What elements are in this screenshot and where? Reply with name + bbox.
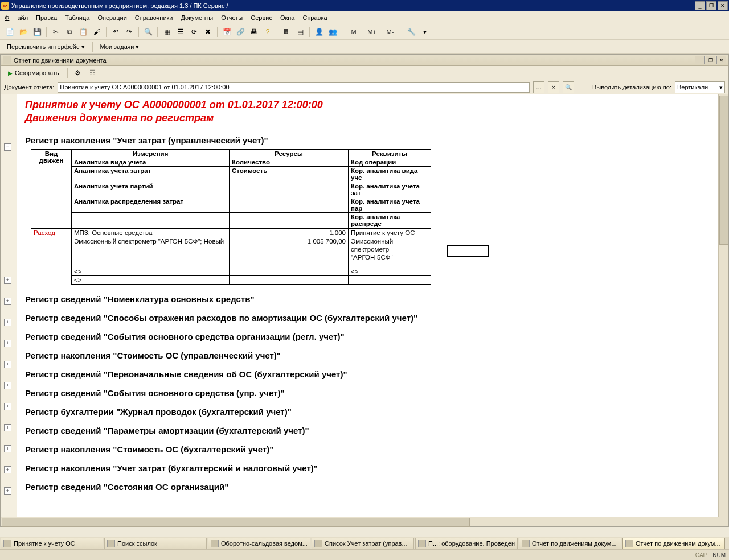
- doc-label: Документ отчета:: [4, 84, 54, 90]
- expand-icon[interactable]: +: [4, 361, 11, 368]
- tree-icon[interactable]: ☶: [87, 67, 99, 79]
- memory-mminus[interactable]: M-: [382, 26, 399, 38]
- link-icon[interactable]: 🔗: [234, 26, 247, 38]
- inner-close-button[interactable]: ✕: [716, 56, 726, 64]
- doc-icon: [3, 56, 11, 64]
- grid-icon[interactable]: ▦: [161, 26, 173, 38]
- task-item[interactable]: Отчет по движениям докум...: [519, 538, 621, 549]
- table-icon[interactable]: ▤: [294, 26, 306, 38]
- props-icon[interactable]: ☰: [174, 26, 187, 38]
- expand-icon[interactable]: +: [4, 382, 11, 389]
- settings2-icon[interactable]: ⚙: [72, 67, 84, 79]
- users-icon[interactable]: 👥: [326, 26, 339, 38]
- more-icon[interactable]: ▾: [419, 26, 431, 38]
- maximize-button[interactable]: ❐: [706, 1, 716, 10]
- play-icon: ▶: [8, 70, 13, 76]
- register-heading: Регистр накопления "Стоимость ОС (управл…: [25, 351, 728, 360]
- doc-icon: [625, 540, 633, 547]
- window-taskbar: Принятие к учету ОС Поиск ссылок Оборотн…: [0, 537, 729, 550]
- menu-operations[interactable]: Операции: [97, 14, 126, 21]
- col-move: Вид движен: [31, 149, 72, 228]
- minimize-button[interactable]: _: [695, 1, 705, 10]
- doc-icon: [211, 540, 219, 547]
- detail-select[interactable]: Вертикали▾: [675, 81, 725, 93]
- doc-icon: [314, 540, 322, 547]
- task-item[interactable]: П...: оборудование. Проведен: [415, 538, 518, 549]
- settings-icon[interactable]: 🔧: [405, 26, 417, 38]
- vertical-scrollbar[interactable]: [718, 94, 728, 517]
- report-subtitle: Движения документа по регистрам: [25, 112, 728, 124]
- register-heading: Регистр накопления "Учет затрат (управле…: [25, 135, 728, 145]
- task-item-active[interactable]: Отчет по движениям докум...: [622, 538, 725, 549]
- collapse-icon[interactable]: −: [4, 143, 11, 151]
- col-res: Ресурсы: [230, 149, 349, 158]
- memory-m[interactable]: M: [345, 26, 362, 38]
- expand-icon[interactable]: +: [4, 424, 11, 431]
- chevron-down-icon: ▾: [136, 43, 139, 51]
- report-title: Принятие к учету ОС А0000000001 от 01.01…: [25, 99, 728, 111]
- my-tasks[interactable]: Мои задачи▾: [97, 43, 143, 51]
- user-icon[interactable]: 👤: [313, 26, 325, 38]
- register-heading: Регистр накопления "Учет затрат (бухгалт…: [25, 463, 728, 473]
- menu-help[interactable]: Справка: [302, 14, 327, 21]
- status-bar: CAP NUM: [0, 549, 729, 560]
- doc-icon: [107, 540, 115, 547]
- brush-icon[interactable]: 🖌: [91, 26, 103, 38]
- menu-documents[interactable]: Документы: [181, 14, 213, 21]
- expand-icon[interactable]: +: [4, 466, 11, 473]
- close-button[interactable]: ✕: [718, 1, 728, 10]
- active-cell[interactable]: [447, 245, 489, 257]
- expand-icon[interactable]: +: [4, 340, 11, 347]
- calendar-icon[interactable]: 📅: [220, 26, 233, 38]
- register-heading: Регистр сведений "Состояния ОС организац…: [25, 482, 728, 492]
- menu-table[interactable]: Таблица: [65, 14, 89, 21]
- form-report-button[interactable]: ▶Сформировать: [4, 68, 63, 77]
- menu-references[interactable]: Справочники: [135, 14, 173, 21]
- expand-icon[interactable]: +: [4, 487, 11, 495]
- undo-icon[interactable]: ↶: [109, 26, 122, 38]
- document-input[interactable]: [58, 82, 530, 93]
- horizontal-scrollbar[interactable]: [1, 517, 728, 526]
- inner-restore-button[interactable]: ❐: [706, 56, 715, 64]
- select-button[interactable]: …: [533, 81, 544, 93]
- new-icon[interactable]: 📄: [3, 26, 16, 38]
- open-icon[interactable]: 📂: [17, 26, 30, 38]
- task-item[interactable]: Поиск ссылок: [104, 538, 207, 549]
- menu-file[interactable]: Файл: [5, 14, 28, 21]
- window-title: Управление производственным предприятием…: [11, 2, 228, 9]
- menu-windows[interactable]: Окна: [280, 14, 295, 21]
- doc-icon: [522, 540, 530, 547]
- memory-mplus[interactable]: M+: [363, 26, 380, 38]
- expand-icon[interactable]: +: [4, 403, 11, 410]
- register-heading: Регистр сведений "Параметры амортизации …: [25, 426, 728, 435]
- copy-icon[interactable]: ⧉: [63, 26, 76, 38]
- print-icon[interactable]: 🖶: [248, 26, 260, 38]
- lookup-button[interactable]: 🔍: [563, 81, 574, 93]
- menu-service[interactable]: Сервис: [251, 14, 272, 21]
- col-dims: Измерения: [72, 149, 230, 158]
- task-item[interactable]: Оборотно-сальдовая ведом...: [208, 538, 310, 549]
- expand-icon[interactable]: +: [4, 319, 11, 326]
- main-toolbar: 📄 📂 💾 ✂ ⧉ 📋 🖌 ↶ ↷ 🔍 ▦ ☰ ⟳ ✖ 📅 🔗 🖶 ? 🖩 ▤ …: [0, 24, 729, 40]
- calc-icon[interactable]: 🖩: [280, 26, 293, 38]
- help-icon[interactable]: ?: [261, 26, 274, 38]
- save-icon[interactable]: 💾: [31, 26, 43, 38]
- menu-edit[interactable]: Правка: [36, 14, 57, 21]
- cut-icon[interactable]: ✂: [50, 26, 62, 38]
- task-item[interactable]: Принятие к учету ОС: [1, 538, 103, 549]
- redo-icon[interactable]: ↷: [123, 26, 136, 38]
- find-icon[interactable]: 🔍: [142, 26, 154, 38]
- paste-icon[interactable]: 📋: [77, 26, 89, 38]
- switch-interface[interactable]: Переключить интерфейс▾: [3, 43, 88, 51]
- inner-minimize-button[interactable]: _: [695, 56, 705, 64]
- stop-icon[interactable]: ✖: [202, 26, 214, 38]
- menu-reports[interactable]: Отчеты: [221, 14, 243, 21]
- expand-icon[interactable]: +: [4, 298, 11, 305]
- expand-icon[interactable]: +: [4, 445, 11, 452]
- task-item[interactable]: Список Учет затрат (управ...: [312, 538, 414, 549]
- expand-icon[interactable]: +: [4, 277, 11, 284]
- refresh-icon[interactable]: ⟳: [188, 26, 200, 38]
- register-heading: Регистр накопления "Стоимость ОС (бухгал…: [25, 444, 728, 454]
- clear-button[interactable]: ×: [548, 81, 559, 93]
- report-window-titlebar: Отчет по движениям документа _ ❐ ✕: [1, 55, 728, 66]
